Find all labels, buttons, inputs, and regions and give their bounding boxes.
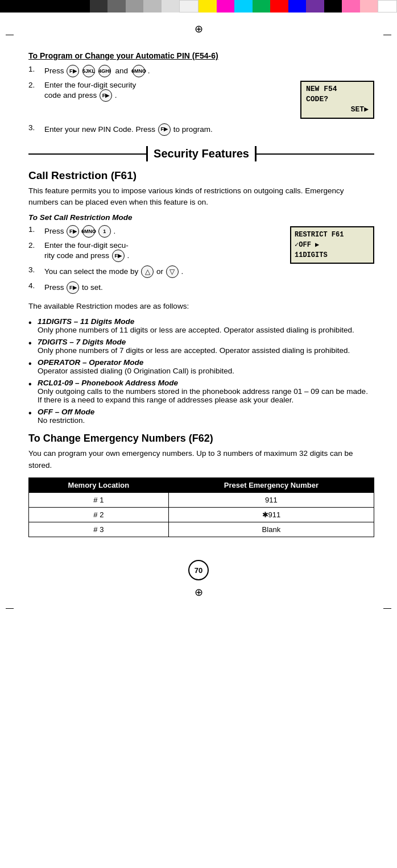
program-section-title: To Program or Change your Automatic PIN … — [28, 51, 374, 60]
restriction-steps-container: 1. Press F▶ 6MNO 1 . 2. Enter the four-d… — [28, 225, 374, 297]
table-row-3: # 3 Blank — [29, 522, 374, 537]
right-crosshair-top: — — [383, 30, 391, 39]
cb-seg-11 — [179, 0, 198, 13]
page-number: 70 — [188, 560, 209, 580]
cb-seg-pink — [342, 0, 360, 13]
table-cell-loc-2: # 2 — [29, 508, 169, 522]
lcd-display-step2: NEW F54 CODE? SET▶ — [300, 81, 374, 119]
mode-11digits: • 11DIGITS – 11 Digits Mode Only phone n… — [28, 317, 374, 334]
call-restriction-description: This feature permits you to impose vario… — [28, 185, 374, 209]
cb-seg-8 — [126, 0, 144, 13]
table-row-2: # 2 ✱911 — [29, 508, 374, 522]
table-cell-loc-1: # 1 — [29, 493, 169, 508]
cr-step4-num: 4. — [28, 281, 44, 290]
set-call-restriction-subheading: To Set Call Restriction Mode — [28, 213, 374, 222]
cb-seg-cyan — [234, 0, 253, 13]
cr-step3: 3. You can select the mode by △ or ▽ . — [28, 265, 286, 278]
page-number-container: 70 — [0, 560, 397, 580]
restriction-steps-list: 1. Press F▶ 6MNO 1 . 2. Enter the four-d… — [28, 225, 286, 297]
cb-seg-blue — [288, 0, 307, 13]
cr-step2-line1: Enter the four-digit secu- — [44, 241, 286, 250]
mode-rcl-content: RCL01-09 – Phonebook Address Mode Only o… — [38, 379, 374, 404]
table-cell-num-3: Blank — [168, 522, 374, 537]
cr-step4-content: Press F▶ to set. — [44, 281, 286, 294]
lcd-line2: CODE? — [306, 94, 369, 105]
right-side-mark-bottom: — — [383, 603, 391, 612]
left-side-mark-bottom: — — [6, 603, 14, 612]
mode-operator-text: Operator assisted dialing (0 Origination… — [38, 367, 234, 375]
step2-item: 2. Enter the four-digit security code an… — [28, 81, 374, 119]
cr-step2: 2. Enter the four-digit secu- rity code … — [28, 241, 286, 262]
step1-and-text: and — [115, 67, 129, 75]
call-restriction-heading: Call Restriction (F61) — [28, 169, 374, 182]
lcd-restrict-display: RESTRICT F61 ✓OFF ▶ 11DIGITS — [290, 226, 374, 264]
mode-operator: • OPERATOR – Operator Mode Operator assi… — [28, 358, 374, 375]
bullet-dot-5: • — [28, 408, 38, 418]
bottom-side-marks: — — — [0, 603, 397, 614]
btn-f-cr1: F▶ — [67, 225, 79, 238]
cb-seg-6 — [90, 0, 108, 13]
cr-step3-num: 3. — [28, 265, 44, 274]
left-crosshair-top: — — [6, 30, 14, 39]
cr-step2-num: 2. — [28, 241, 44, 250]
lcd-restrict-line3: 11DIGITS — [295, 250, 370, 260]
btn-6-step1: 6MNO — [133, 65, 145, 77]
mode-rcl: • RCL01-09 – Phonebook Address Mode Only… — [28, 379, 374, 404]
security-banner: Security Features — [28, 146, 374, 161]
cr-step4: 4. Press F▶ to set. — [28, 281, 286, 294]
table-cell-num-1: 911 — [168, 493, 374, 508]
cr-step2-line2: rity code and press F▶ . — [44, 250, 286, 262]
step2-line2: code and press F▶ . — [44, 89, 295, 102]
mode-7digits-content: 7DIGITS – 7 Digits Mode Only phone numbe… — [38, 338, 350, 355]
step3-item: 3. Enter your new PIN Code. Press F▶ to … — [28, 123, 374, 136]
btn-up-cr3: △ — [141, 265, 154, 278]
cr-step3-content: You can select the mode by △ or ▽ . — [44, 265, 286, 278]
table-row-1: # 1 911 — [29, 493, 374, 508]
table-cell-num-2: ✱911 — [168, 508, 374, 522]
bullet-dot-2: • — [28, 338, 38, 348]
step2-content: Enter the four-digit security code and p… — [44, 81, 374, 119]
mode-operator-heading: OPERATOR – Operator Mode — [38, 358, 143, 367]
cb-seg-ltpink — [360, 0, 378, 13]
security-banner-text: Security Features — [146, 146, 257, 161]
step2-line1: Enter the four-digit security — [44, 81, 295, 89]
cb-seg-red — [270, 0, 288, 13]
emergency-description: You can program your own emergency numbe… — [28, 448, 374, 472]
step1-content: Press F▶ 5JKL 4GHI and 6MNO . — [44, 65, 374, 77]
btn-6-cr1: 6MNO — [82, 225, 95, 238]
lcd-line3: SET▶ — [306, 105, 369, 115]
step3-suffix: to program. — [173, 124, 213, 133]
step1-item: 1. Press F▶ 5JKL 4GHI and 6MNO . — [28, 65, 374, 77]
step1-num: 1. — [28, 65, 44, 73]
step1-period: . — [148, 67, 150, 75]
step3-text: Enter your new PIN Code. Press — [44, 124, 155, 133]
cr-step1-num: 1. — [28, 225, 44, 234]
cr-step1-content: Press F▶ 6MNO 1 . — [44, 225, 286, 238]
bottom-crosshair: ⊕ — [0, 586, 397, 599]
btn-1-cr1: 1 — [98, 225, 111, 238]
mode-operator-content: OPERATOR – Operator Mode Operator assist… — [38, 358, 234, 375]
btn-f-step1: F▶ — [67, 65, 79, 77]
cb-seg-9 — [143, 0, 162, 13]
mode-11digits-content: 11DIGITS – 11 Digits Mode Only phone num… — [38, 317, 354, 334]
cb-seg-yellow — [198, 0, 217, 13]
table-header-number: Preset Emergency Number — [168, 478, 374, 493]
mode-off: • OFF – Off Mode No restriction. — [28, 408, 374, 425]
cb-seg-3 — [36, 0, 54, 13]
btn-5-step1: 5JKL — [82, 65, 95, 77]
mode-off-content: OFF – Off Mode No restriction. — [38, 408, 94, 425]
cr-step2-content: Enter the four-digit secu- rity code and… — [44, 241, 286, 262]
mode-off-heading: OFF – Off Mode — [38, 408, 94, 416]
cb-seg-10 — [162, 0, 180, 13]
lcd-line1: NEW F54 — [306, 84, 369, 94]
table-header-location: Memory Location — [29, 478, 169, 493]
mode-7digits-text: Only phone numbers of 7 digits or less a… — [38, 346, 350, 355]
mode-rcl-text: Only outgoing calls to the numbers store… — [38, 387, 368, 404]
emergency-table: Memory Location Preset Emergency Number … — [28, 477, 374, 537]
mode-rcl-heading: RCL01-09 – Phonebook Address Mode — [38, 379, 178, 387]
step2-text: Enter the four-digit security code and p… — [44, 81, 295, 102]
color-bar-top — [0, 0, 397, 13]
bullet-dot-3: • — [28, 358, 38, 369]
cb-seg-magenta — [217, 0, 235, 13]
cb-seg-2 — [18, 0, 36, 13]
